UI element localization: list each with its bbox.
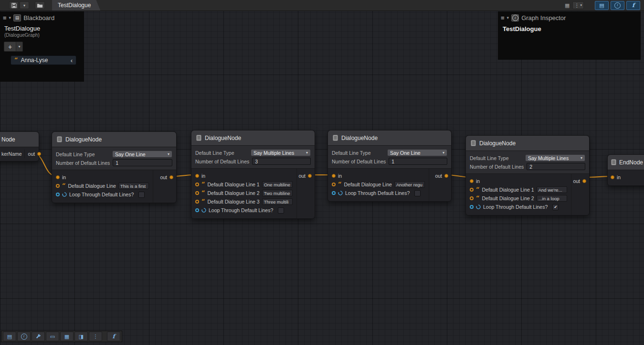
- blackboard-header[interactable]: ≡ ▾ ▤ Blackboard: [0, 11, 84, 23]
- loop-port-dot[interactable]: [332, 191, 336, 195]
- output-port[interactable]: out: [160, 173, 173, 182]
- blackboard-property-anna-lyse[interactable]: “ Anna-Lyse ‹: [11, 55, 76, 65]
- output-port-dot[interactable]: [169, 175, 173, 179]
- inspector-overlay-button[interactable]: i: [17, 332, 31, 341]
- line-text-field[interactable]: ...in a loop: [537, 195, 567, 202]
- hamburger-icon[interactable]: ≡: [3, 15, 7, 21]
- loop-port-dot[interactable]: [195, 208, 199, 212]
- loop-port[interactable]: Loop Through Default Lines?: [328, 189, 429, 197]
- blackboard-toggle-button[interactable]: ▤: [595, 1, 609, 10]
- input-port[interactable]: in: [466, 177, 571, 185]
- line-port-dot[interactable]: [470, 188, 474, 192]
- dialogue-node-3[interactable]: DialogueNode Default Line Type Say One L…: [327, 130, 452, 202]
- tools-overlay-button[interactable]: [32, 332, 45, 341]
- loop-port[interactable]: Loop Through Default Lines?: [191, 206, 296, 215]
- loop-port[interactable]: Loop Through Default Lines? ✔: [466, 203, 571, 211]
- dialogue-line-port[interactable]: “ Default Dialogue Line Another regu: [328, 180, 429, 189]
- num-lines-field[interactable]: 1: [389, 158, 447, 165]
- input-port[interactable]: in: [191, 172, 296, 180]
- dialogue-line-port[interactable]: “ Default Dialogue Line 1 One multiline: [191, 180, 296, 189]
- input-port[interactable]: in: [328, 172, 429, 180]
- end-node[interactable]: EndNode in: [607, 154, 644, 186]
- minimap-toggle-button[interactable]: f: [626, 1, 640, 10]
- save-button[interactable]: [9, 1, 19, 9]
- dialogue-line-port[interactable]: “ Default Dialogue Line 3 Three multili: [191, 197, 296, 206]
- loop-checkbox[interactable]: [138, 192, 145, 198]
- input-port[interactable]: in: [52, 173, 153, 182]
- num-lines-field[interactable]: 2: [527, 163, 585, 170]
- collapse-arrow-icon[interactable]: ▾: [507, 16, 509, 20]
- loop-checkbox[interactable]: [414, 190, 421, 196]
- line-type-dropdown[interactable]: Say One Line ▾: [112, 151, 172, 158]
- collapse-arrow-icon[interactable]: ▾: [9, 16, 11, 20]
- dialogue-node-2[interactable]: DialogueNode Default Line Type Say Multi…: [191, 130, 315, 219]
- save-dropdown-button[interactable]: ▾: [20, 1, 29, 9]
- line-type-dropdown[interactable]: Say Multiple Lines ▾: [525, 154, 585, 162]
- dialogue-line-port[interactable]: “ Default Dialogue Line This is a first: [52, 182, 153, 190]
- dialogue-line-port[interactable]: “ Default Dialogue Line 2 ...in a loop: [466, 194, 571, 203]
- loop-port-dot[interactable]: [470, 205, 474, 209]
- output-port[interactable]: out: [435, 172, 448, 180]
- line-text-field[interactable]: Two multiline: [262, 190, 293, 196]
- line-port-dot[interactable]: [332, 183, 336, 186]
- loop-checkbox[interactable]: ✔: [552, 204, 559, 210]
- input-port-dot[interactable]: [470, 179, 474, 183]
- input-port-dot[interactable]: [611, 175, 614, 179]
- output-port-dot[interactable]: [37, 152, 41, 156]
- line-port-dot[interactable]: [195, 200, 199, 204]
- output-port[interactable]: out: [24, 150, 42, 158]
- output-port-dot[interactable]: [582, 179, 586, 183]
- hamburger-icon[interactable]: ≡: [501, 15, 505, 21]
- add-property-dropdown[interactable]: ▾: [16, 42, 23, 52]
- window-overlay-button[interactable]: ▭: [46, 332, 59, 341]
- speaker-node-partial[interactable]: Node kerName out: [0, 131, 39, 162]
- inspector-toggle-button[interactable]: i: [611, 1, 624, 10]
- output-port-dot[interactable]: [444, 174, 448, 178]
- line-port-dot[interactable]: [56, 184, 60, 188]
- layout-icon[interactable]: ▦: [565, 2, 570, 9]
- node-title-bar[interactable]: DialogueNode: [52, 132, 176, 147]
- grid-overlay-button[interactable]: ▦: [60, 332, 74, 341]
- panel-overlay-button[interactable]: ◨: [74, 332, 88, 341]
- loop-port[interactable]: Loop Through Default Lines?: [52, 190, 153, 199]
- overlay-menu-button[interactable]: ⋮: [89, 332, 102, 341]
- dialogue-line-port[interactable]: “ Default Dialogue Line 2 Two multiline: [191, 189, 296, 197]
- output-port-dot[interactable]: [308, 174, 312, 178]
- output-port[interactable]: out: [298, 172, 312, 180]
- node-title-bar[interactable]: DialogueNode: [466, 136, 589, 151]
- line-text-field[interactable]: This is a first: [118, 183, 149, 189]
- line-port-dot[interactable]: [195, 183, 199, 186]
- line-type-dropdown[interactable]: Say One Line ▾: [387, 149, 447, 156]
- tab-testdialogue[interactable]: TestDialogue: [52, 0, 100, 11]
- function-overlay-button[interactable]: f: [107, 332, 120, 341]
- chevron-left-icon[interactable]: ‹: [71, 57, 73, 64]
- line-text-field[interactable]: Another regu: [394, 181, 425, 188]
- line-port-dot[interactable]: [470, 196, 474, 200]
- dialogue-node-1[interactable]: DialogueNode Default Line Type Say One L…: [52, 131, 177, 203]
- node-title-bar[interactable]: DialogueNode: [191, 130, 315, 146]
- input-port[interactable]: in: [608, 173, 644, 182]
- node-title-bar[interactable]: Node: [0, 132, 39, 147]
- loop-checkbox[interactable]: [278, 207, 284, 214]
- input-port-dot[interactable]: [332, 174, 336, 178]
- overflow-menu-button[interactable]: ⋮ ▾: [572, 1, 584, 9]
- add-property-button[interactable]: +: [4, 42, 16, 52]
- num-lines-field[interactable]: 3: [252, 158, 311, 165]
- num-lines-field[interactable]: 1: [113, 159, 172, 166]
- node-title-bar[interactable]: EndNode: [608, 155, 644, 170]
- blackboard-overlay-button[interactable]: ▤: [3, 332, 16, 341]
- loop-port-dot[interactable]: [56, 193, 60, 196]
- input-port-dot[interactable]: [195, 174, 199, 178]
- line-type-dropdown[interactable]: Say Multiple Lines ▾: [251, 149, 311, 156]
- graph-inspector-header[interactable]: ≡ ▾ i Graph Inspector: [498, 11, 641, 23]
- line-port-dot[interactable]: [195, 191, 199, 195]
- line-text-field[interactable]: And we're...: [537, 186, 567, 193]
- output-port[interactable]: out: [573, 177, 586, 185]
- line-text-field[interactable]: Three multili: [262, 198, 293, 205]
- input-port-dot[interactable]: [56, 175, 60, 179]
- node-title-bar[interactable]: DialogueNode: [328, 130, 451, 146]
- open-folder-button[interactable]: [35, 1, 45, 9]
- line-text-field[interactable]: One multiline: [262, 181, 293, 188]
- dialogue-node-4[interactable]: DialogueNode Default Line Type Say Multi…: [465, 135, 590, 216]
- dialogue-line-port[interactable]: “ Default Dialogue Line 1 And we're...: [466, 185, 571, 194]
